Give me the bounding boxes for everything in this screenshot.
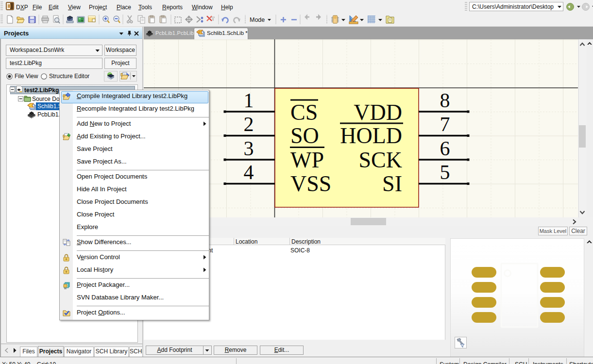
svg-text:SO: SO [290, 123, 319, 148]
svg-text:CS: CS [290, 100, 318, 125]
svg-text:2: 2 [244, 113, 254, 135]
svg-text:1: 1 [244, 89, 254, 112]
svg-text:SCK: SCK [359, 148, 402, 172]
svg-text:SI: SI [382, 171, 402, 196]
svg-text:8: 8 [440, 89, 450, 112]
svg-text:6: 6 [440, 137, 450, 160]
svg-text:WP: WP [290, 148, 324, 172]
svg-text:VSS: VSS [290, 171, 331, 196]
svg-text:3: 3 [244, 137, 254, 160]
svg-text:4: 4 [244, 161, 254, 183]
svg-text:Mode: Mode [250, 17, 265, 23]
svg-text:HOLD: HOLD [340, 123, 402, 148]
svg-text:7: 7 [440, 113, 450, 135]
svg-text:5: 5 [440, 161, 450, 183]
svg-text:VDD: VDD [354, 100, 402, 125]
